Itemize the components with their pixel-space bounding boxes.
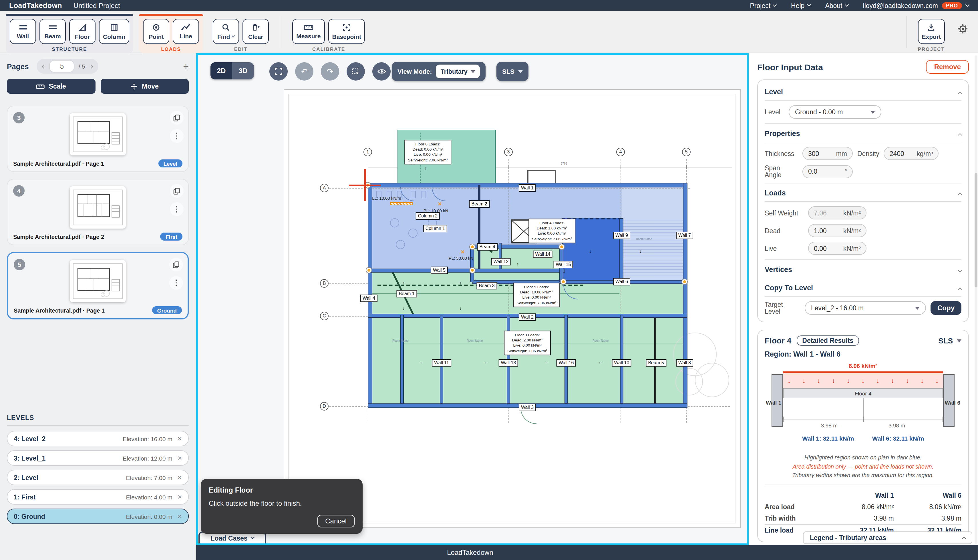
wall-6[interactable]: [472, 280, 687, 284]
vertex-handle[interactable]: [682, 279, 687, 284]
next-page-button[interactable]: [90, 65, 93, 68]
vertex-handle[interactable]: [559, 244, 564, 250]
column-tool-button[interactable]: Column: [99, 19, 129, 44]
dead-load-input[interactable]: 1.00kN/m²: [808, 224, 866, 237]
marquee-select-button[interactable]: [346, 62, 365, 80]
vertex-handle[interactable]: [366, 268, 371, 273]
measure-button[interactable]: Measure: [292, 19, 324, 44]
menu-project[interactable]: Project: [750, 2, 776, 9]
beam-tool-button[interactable]: Beam: [40, 19, 66, 44]
wall-label[interactable]: Wall 13: [499, 359, 518, 367]
settings-button[interactable]: [958, 24, 968, 36]
duplicate-page-button[interactable]: [170, 184, 184, 198]
close-icon[interactable]: ×: [177, 474, 182, 481]
vertex-handle[interactable]: [561, 279, 566, 284]
undo-button[interactable]: ↶: [295, 62, 313, 80]
drawing-canvas[interactable]: 5240 5763 1 3 4 5 A B C D Floor 6 Loads:…: [196, 53, 749, 545]
wall-label[interactable]: Wall 1: [519, 184, 536, 192]
collapse-section-button[interactable]: [958, 188, 961, 198]
target-level-dropdown[interactable]: Level_2 - 16.00 m: [805, 301, 926, 315]
wall-label[interactable]: Wall 8: [676, 359, 693, 367]
point-load-marker[interactable]: ✕: [438, 201, 442, 207]
legend-bar[interactable]: Legend - Tributary areas: [803, 532, 972, 544]
wall-label[interactable]: Wall 2: [519, 313, 536, 321]
wall-label[interactable]: Wall 11: [432, 359, 451, 367]
page-menu-button[interactable]: [170, 129, 184, 143]
export-button[interactable]: Export: [918, 19, 945, 44]
detailed-results-button[interactable]: Detailed Results: [796, 335, 859, 346]
duplicate-page-button[interactable]: [170, 111, 184, 125]
wall-5[interactable]: [368, 268, 565, 273]
level-row-ground-selected[interactable]: 0: Ground Elevation: 0.00 m ×: [7, 508, 189, 524]
level-dropdown[interactable]: Ground - 0.00 m: [789, 105, 881, 119]
cancel-button[interactable]: Cancel: [317, 515, 354, 527]
floor3-region[interactable]: [562, 282, 686, 408]
collapse-section-button[interactable]: [958, 283, 961, 293]
scrollbar[interactable]: [975, 55, 978, 544]
column-label[interactable]: Column 2: [416, 212, 440, 220]
wall-label[interactable]: Wall 16: [557, 359, 576, 367]
copy-button[interactable]: Copy: [931, 301, 961, 315]
wall-label[interactable]: Wall 6: [613, 278, 630, 285]
wall-label[interactable]: Wall 4: [360, 295, 378, 302]
add-page-button[interactable]: +: [183, 62, 189, 71]
prev-page-button[interactable]: [43, 65, 45, 68]
3d-toggle[interactable]: 3D: [232, 62, 254, 80]
menu-about[interactable]: About: [825, 2, 848, 9]
wall-label[interactable]: Wall 15: [553, 261, 573, 268]
room-wall[interactable]: [400, 315, 404, 403]
wall-label[interactable]: Wall 5: [431, 267, 448, 274]
collapse-section-button[interactable]: [958, 128, 961, 139]
beam-label[interactable]: Beam 5: [646, 359, 666, 367]
beam-label[interactable]: Beam 1: [396, 290, 417, 297]
close-icon[interactable]: ×: [177, 493, 182, 500]
page-number-input[interactable]: 5: [50, 60, 74, 72]
redo-button[interactable]: ↷: [321, 62, 339, 80]
page-card-selected[interactable]: 5 Sample Architectural.pdf · Page 1 Grou…: [7, 252, 189, 320]
level-row-level1[interactable]: 3: Level_1 Elevation: 12.00 m ×: [7, 450, 189, 466]
scale-button[interactable]: Scale: [7, 79, 95, 94]
level-row-first[interactable]: 1: First Elevation: 4.00 m ×: [7, 489, 189, 505]
page-card[interactable]: 3 Sample Architectural.pdf · Page 1 Leve…: [7, 106, 189, 172]
wall-label[interactable]: Wall 12: [491, 258, 511, 265]
page-menu-button[interactable]: [170, 202, 184, 216]
expand-section-button[interactable]: [958, 265, 961, 275]
page-menu-button[interactable]: [169, 276, 183, 290]
view-mode-dropdown[interactable]: Tributary: [436, 65, 480, 78]
find-button[interactable]: Find: [213, 19, 239, 44]
floor-tool-button[interactable]: Floor: [69, 19, 95, 44]
collapse-section-button[interactable]: [958, 87, 961, 97]
wall-label[interactable]: Wall 3: [519, 404, 536, 411]
thickness-input[interactable]: 300mm: [802, 147, 853, 160]
collapse-legend-button[interactable]: [963, 534, 965, 541]
wall-tool-button[interactable]: Wall: [10, 19, 36, 44]
move-button[interactable]: Move: [100, 79, 189, 94]
scrollbar-thumb[interactable]: [975, 173, 978, 287]
line-load-button[interactable]: Line: [173, 19, 199, 44]
line-load-bar[interactable]: [390, 202, 413, 205]
vertex-handle[interactable]: [470, 268, 475, 273]
wall-label[interactable]: Wall 7: [676, 232, 693, 239]
beam-label[interactable]: Beam 3: [476, 282, 497, 290]
fit-view-button[interactable]: [269, 62, 288, 80]
point-load-button[interactable]: Point: [143, 19, 169, 44]
level-row-level[interactable]: 2: Level Elevation: 7.00 m ×: [7, 470, 189, 485]
remove-button[interactable]: Remove: [926, 60, 969, 74]
wall-upper[interactable]: [470, 245, 474, 282]
span-angle-input[interactable]: 0.0°: [802, 165, 853, 178]
level-row-level2[interactable]: 4: Level_2 Elevation: 16.00 m ×: [7, 431, 189, 446]
load-combo-dropdown[interactable]: SLS: [497, 62, 529, 81]
beam-2[interactable]: [478, 185, 480, 268]
basepoint-button[interactable]: Basepoint: [328, 19, 365, 44]
menu-help[interactable]: Help: [791, 2, 810, 9]
wall-9[interactable]: [619, 218, 624, 282]
column-label[interactable]: Column 1: [423, 225, 448, 232]
live-load-input[interactable]: 0.00kN/m²: [808, 242, 866, 255]
density-input[interactable]: 2400kg/m³: [884, 147, 939, 160]
wall-label[interactable]: Wall 9: [613, 232, 630, 239]
project-name[interactable]: Untitled Project: [74, 2, 120, 10]
beam-label[interactable]: Beam 4: [477, 243, 497, 250]
wall-label[interactable]: Wall 10: [612, 359, 632, 367]
2d-toggle[interactable]: 2D: [211, 62, 232, 80]
user-menu[interactable]: lloyd@loadtakedown.com PRO: [863, 2, 969, 9]
